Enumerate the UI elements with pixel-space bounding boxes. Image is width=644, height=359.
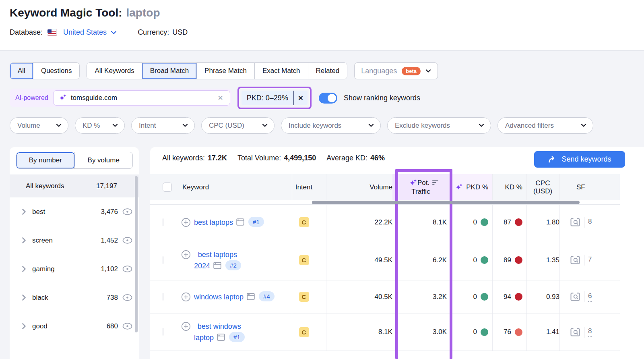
chevron-down-icon[interactable]: [111, 31, 117, 35]
sort-icon[interactable]: [432, 180, 439, 185]
filter-cpc-usd[interactable]: CPC (USD): [201, 117, 275, 134]
pot-traffic-value: 3.0K: [392, 328, 452, 336]
pkd-value: 0: [473, 218, 477, 226]
row-checkbox[interactable]: [163, 293, 163, 301]
intent-badge: C: [299, 327, 309, 337]
sf-value[interactable]: 7: [588, 255, 592, 265]
expand-plus-icon[interactable]: [181, 218, 191, 227]
column-volume[interactable]: Volume: [326, 174, 392, 200]
sidebar-tab-by-volume[interactable]: By volume: [74, 152, 133, 168]
eye-icon[interactable]: [122, 294, 132, 301]
tab-phrase-match[interactable]: Phrase Match: [196, 63, 254, 79]
row-checkbox[interactable]: [163, 256, 163, 264]
keyword-group-best[interactable]: best 3,476: [10, 197, 139, 226]
keyword-link[interactable]: best windows: [198, 322, 241, 330]
serp-icon[interactable]: [217, 334, 225, 341]
column-keyword[interactable]: Keyword: [174, 174, 292, 200]
stat-value: 46%: [370, 154, 385, 162]
filter-volume[interactable]: Volume: [10, 117, 68, 134]
expand-plus-icon[interactable]: [181, 292, 191, 302]
filter-label: CPC (USD): [209, 122, 244, 130]
database-row: Database: United States Currency: USD: [10, 28, 188, 37]
domain-search-input[interactable]: tomsguide.com ✕: [53, 90, 230, 106]
tab-all-keywords[interactable]: All Keywords: [87, 63, 142, 79]
pkd-dot: [481, 218, 488, 226]
pkd-filter-chip[interactable]: PKD: 0–29% ✕: [242, 91, 308, 105]
filter-intent[interactable]: Intent: [131, 117, 195, 134]
column-sf[interactable]: SF: [559, 174, 620, 200]
column-pkd[interactable]: PKD %: [452, 174, 492, 200]
cpc-value: 1.35: [546, 256, 559, 264]
eye-icon[interactable]: [122, 237, 132, 244]
serp-preview-icon[interactable]: [570, 292, 580, 301]
expand-plus-icon[interactable]: [181, 250, 191, 259]
remove-filter-icon[interactable]: ✕: [294, 94, 308, 102]
chevron-right-icon[interactable]: [22, 323, 26, 330]
sidebar-scrollbar[interactable]: [135, 176, 138, 332]
serp-preview-icon[interactable]: [570, 218, 580, 227]
pkd-cell: 0: [452, 218, 492, 226]
tab-exact-match[interactable]: Exact Match: [254, 63, 308, 79]
stat-label: Average KD:: [326, 154, 367, 162]
show-ranking-keywords-toggle[interactable]: [319, 93, 337, 104]
filter-kd[interactable]: KD %: [75, 117, 125, 134]
row-checkbox[interactable]: [163, 218, 163, 226]
keyword-group-screen[interactable]: screen 1,452: [10, 226, 139, 255]
chevron-right-icon[interactable]: [22, 208, 26, 215]
filter-advanced-filters[interactable]: Advanced filters: [497, 117, 593, 134]
cpc-cell: 0.93: [526, 280, 559, 313]
column-cpc[interactable]: CPC (USD): [526, 174, 559, 200]
chevron-right-icon[interactable]: [22, 237, 26, 244]
expand-plus-icon[interactable]: [181, 322, 191, 331]
eye-icon[interactable]: [122, 208, 132, 215]
serp-icon[interactable]: [213, 262, 221, 269]
filter-exclude-keywords[interactable]: Exclude keywords: [387, 117, 491, 134]
column-kd[interactable]: KD %: [492, 174, 526, 200]
group-label: good: [32, 322, 47, 330]
horizontal-scrollbar[interactable]: [312, 201, 580, 204]
all-keywords-group[interactable]: All keywords 17,197: [10, 174, 139, 197]
tab-broad-match[interactable]: Broad Match: [142, 63, 196, 79]
pkd-filter-annotation: PKD: 0–29% ✕: [237, 87, 312, 109]
keyword-group-good[interactable]: good 680: [10, 312, 139, 340]
keyword-link-line2[interactable]: 2024: [194, 262, 210, 270]
keyword-link-line2[interactable]: laptop: [194, 334, 214, 342]
tab-all[interactable]: All: [10, 63, 33, 79]
sf-cell: 8: [559, 313, 620, 351]
send-keywords-button[interactable]: Send keywords: [534, 151, 625, 168]
keyword-link[interactable]: best laptops: [198, 251, 237, 259]
serp-icon[interactable]: [247, 293, 255, 300]
select-all-checkbox[interactable]: [163, 183, 172, 192]
keyword-link[interactable]: best laptops: [194, 218, 233, 226]
sf-value[interactable]: 8: [588, 218, 592, 227]
serp-icon[interactable]: [236, 218, 244, 226]
sf-value[interactable]: 8: [588, 327, 592, 337]
kd-dot: [515, 218, 522, 226]
intent-cell: C: [292, 313, 326, 351]
serp-preview-icon[interactable]: [570, 255, 580, 265]
keyword-group-gaming[interactable]: gaming 1,102: [10, 255, 139, 283]
chevron-right-icon[interactable]: [22, 266, 26, 272]
sf-cell: 6: [559, 280, 620, 313]
chevron-down-icon: [182, 124, 188, 127]
languages-dropdown[interactable]: Languages beta: [354, 62, 438, 79]
sf-value[interactable]: 6: [588, 292, 592, 302]
sidebar-tab-by-number[interactable]: By number: [17, 152, 74, 168]
keyword-group-black[interactable]: black 738: [10, 283, 139, 312]
chevron-right-icon[interactable]: [22, 294, 26, 301]
keyword-link[interactable]: windows laptop: [194, 293, 244, 301]
scope-tab-group: AllQuestions: [10, 62, 80, 79]
filter-include-keywords[interactable]: Include keywords: [281, 117, 381, 134]
row-checkbox[interactable]: [163, 328, 163, 336]
clear-input-icon[interactable]: ✕: [216, 94, 225, 102]
serp-preview-icon[interactable]: [570, 328, 580, 337]
tab-related[interactable]: Related: [308, 63, 347, 79]
column-pot-traffic[interactable]: Pot. Traffic: [392, 174, 452, 200]
column-intent[interactable]: Intent: [292, 174, 326, 200]
eye-icon[interactable]: [122, 323, 132, 330]
database-selector[interactable]: United States: [63, 28, 107, 37]
tab-questions[interactable]: Questions: [33, 63, 80, 79]
cpc-value: 1.80: [546, 218, 559, 226]
eye-icon[interactable]: [122, 266, 132, 272]
stat-label: All keywords:: [162, 154, 205, 162]
